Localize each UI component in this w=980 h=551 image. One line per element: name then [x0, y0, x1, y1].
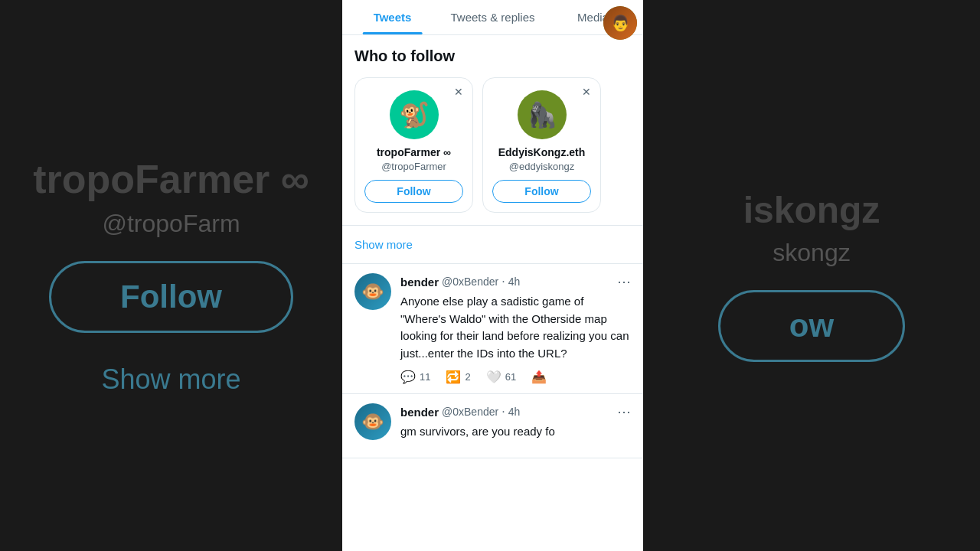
- card-1-handle: @tropoFarmer: [381, 161, 446, 172]
- bg-left-show-more: Show more: [101, 364, 240, 396]
- card-2-name: EddyisKongz.eth: [498, 145, 586, 159]
- card-2-handle: @eddyiskongz: [509, 161, 574, 172]
- tweet-1-content: bender @0xBender · 4h ⋯ Anyone else play…: [400, 273, 631, 384]
- tweet-1-time: 4h: [508, 276, 521, 288]
- tweet-1-header: bender @0xBender · 4h ⋯: [400, 273, 631, 290]
- follow-card-2-button[interactable]: Follow: [492, 180, 591, 203]
- tab-bar: Tweets Tweets & replies Media 👨: [342, 0, 643, 35]
- retweet-icon: 🔁: [446, 370, 461, 384]
- bg-left-handle: @tropoFarm: [102, 210, 240, 238]
- bg-left-follow-btn: Follow: [49, 261, 293, 333]
- tweet-1-share-action[interactable]: 📤: [531, 370, 547, 384]
- tweet-2-avatar: 🐵: [354, 403, 391, 440]
- tweet-1-like-action[interactable]: 🤍 61: [486, 370, 516, 384]
- tweet-1-like-count: 61: [505, 371, 516, 383]
- tweet-2-author-name: bender: [400, 406, 439, 419]
- bg-right-extra: skongz: [773, 239, 850, 267]
- tweet-1-retweet-count: 2: [465, 371, 470, 383]
- follow-cards-container: ✕ 🐒 tropoFarmer ∞ @tropoFarmer Follow ✕ …: [354, 77, 631, 225]
- card-2-avatar: 🦍: [518, 90, 567, 139]
- background-right: iskongz skongz ow: [643, 0, 980, 551]
- tweet-2-content: bender @0xBender · 4h ⋯ gm survivors, ar…: [400, 403, 631, 448]
- profile-avatar[interactable]: 👨: [603, 6, 637, 40]
- follow-card-1-button[interactable]: Follow: [364, 180, 463, 203]
- content-area: Who to follow ✕ 🐒 tropoFarmer ∞ @tropoFa…: [342, 35, 643, 551]
- like-icon: 🤍: [486, 370, 501, 384]
- tweet-2-time: 4h: [508, 406, 521, 418]
- tweet-1-reply-action[interactable]: 💬 11: [400, 370, 430, 384]
- follow-card-2: ✕ 🦍 EddyisKongz.eth @eddyiskongz Follow: [482, 77, 601, 213]
- who-to-follow-title: Who to follow: [354, 47, 631, 65]
- tweet-1-retweet-action[interactable]: 🔁 2: [446, 370, 470, 384]
- tweet-1-reply-count: 11: [420, 371, 430, 383]
- who-to-follow-section: Who to follow ✕ 🐒 tropoFarmer ∞ @tropoFa…: [342, 35, 643, 226]
- tab-tweets[interactable]: Tweets: [342, 0, 443, 34]
- close-card-1-icon[interactable]: ✕: [451, 84, 466, 99]
- tweet-1: 🐵 bender @0xBender · 4h ⋯ Anyone else pl…: [342, 264, 643, 394]
- main-panel: Tweets Tweets & replies Media 👨 Who to f…: [342, 0, 643, 551]
- tweet-1-avatar: 🐵: [354, 273, 391, 310]
- tweet-2-header: bender @0xBender · 4h ⋯: [400, 403, 631, 420]
- card-1-avatar: 🐒: [390, 90, 439, 139]
- background-left: tropoFarmer ∞ @tropoFarm Follow Show mor…: [0, 0, 342, 551]
- tweet-1-author-handle: @0xBender: [442, 276, 498, 288]
- tab-tweets-replies[interactable]: Tweets & replies: [443, 0, 543, 34]
- close-card-2-icon[interactable]: ✕: [579, 84, 594, 99]
- bg-right-username: iskongz: [743, 189, 880, 231]
- tweet-1-actions: 💬 11 🔁 2 🤍 61 📤: [400, 370, 631, 384]
- tweet-1-author-name: bender: [400, 276, 439, 289]
- reply-icon: 💬: [400, 370, 416, 384]
- tweet-1-more-icon[interactable]: ⋯: [617, 273, 631, 290]
- tweet-2-text: gm survivors, are you ready fo: [400, 423, 631, 441]
- tweet-2: 🐵 bender @0xBender · 4h ⋯ gm survivors, …: [342, 394, 643, 458]
- tweet-2-author-handle: @0xBender: [442, 406, 498, 418]
- avatar-image: 👨: [603, 6, 637, 40]
- tweet-2-more-icon[interactable]: ⋯: [617, 403, 631, 420]
- share-icon: 📤: [531, 370, 547, 384]
- tweet-1-text: Anyone else play a sadistic game of "Whe…: [400, 293, 631, 362]
- show-more-link[interactable]: Show more: [342, 226, 643, 264]
- card-1-name: tropoFarmer ∞: [377, 145, 451, 159]
- bg-right-follow-btn: ow: [718, 290, 905, 362]
- follow-card-1: ✕ 🐒 tropoFarmer ∞ @tropoFarmer Follow: [354, 77, 473, 213]
- bg-left-username: tropoFarmer ∞: [33, 156, 309, 202]
